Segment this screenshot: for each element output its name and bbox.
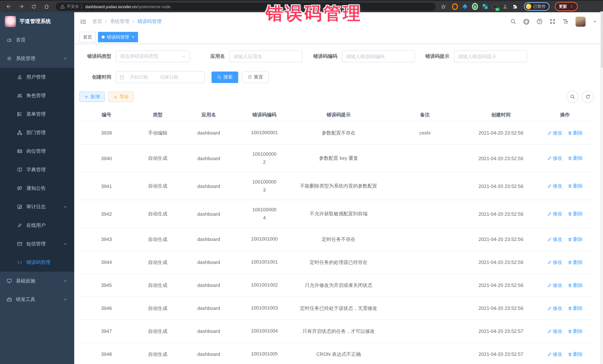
cell-msg: 只有开启状态的任务，才可以修改 <box>293 320 384 343</box>
sidebar-item-dict[interactable]: 字典管理 <box>0 161 74 179</box>
cell-time: 2021-04-20 23:52:56 <box>466 251 536 274</box>
app-name-input[interactable] <box>229 50 302 62</box>
browser-forward-icon[interactable] <box>16 2 26 11</box>
cell-code: 1001001004 <box>236 320 293 343</box>
sidebar-item-post[interactable]: 岗位管理 <box>0 142 74 161</box>
caret-down-icon[interactable] <box>593 19 597 24</box>
sidebar-item-online[interactable]: 在线用户 <box>0 216 74 235</box>
address-bar[interactable]: 不安全 dashboard.yudao.iocoder.cn/system/er… <box>56 2 436 11</box>
edit-link[interactable]: 修改 <box>547 282 562 288</box>
sidebar-item-error-code[interactable]: 错误码管理 <box>0 253 74 272</box>
extension-icon[interactable]: y <box>472 3 478 10</box>
cell-app: dashboard <box>182 320 236 343</box>
cell-remark <box>384 320 466 343</box>
edit-link[interactable]: 修改 <box>547 210 562 217</box>
delete-link[interactable]: 删除 <box>568 305 583 311</box>
cell-type: 自动生成 <box>134 320 182 343</box>
extension-icon[interactable] <box>492 3 498 10</box>
help-icon[interactable] <box>537 19 543 24</box>
cell-actions: 修改删除 <box>536 144 594 172</box>
scrollbar[interactable] <box>600 11 603 364</box>
sidebar-item-role[interactable]: 角色管理 <box>0 86 74 105</box>
export-button[interactable]: 导出 <box>108 92 134 102</box>
sidebar-item-home[interactable]: 首页 <box>0 31 74 49</box>
tab-home[interactable]: 首页 <box>79 32 96 42</box>
breadcrumb-home[interactable]: 首页 <box>93 18 102 25</box>
edit-link[interactable]: 修改 <box>547 183 562 189</box>
cell-time: 2021-04-20 23:52:56 <box>466 172 536 200</box>
cell-actions: 修改删除 <box>536 274 594 297</box>
fullscreen-icon[interactable] <box>550 19 556 24</box>
sidebar-item-system[interactable]: 系统管理 <box>0 49 74 68</box>
toggle-search-button[interactable] <box>567 91 579 103</box>
extension-icon[interactable] <box>512 3 518 10</box>
trash-icon <box>568 306 572 310</box>
extension-icon[interactable] <box>462 3 468 10</box>
profile-paused-badge[interactable]: 已暂停 <box>524 2 550 11</box>
sidebar-item-menu[interactable]: 菜单管理 <box>0 105 74 123</box>
delete-link[interactable]: 删除 <box>568 210 583 217</box>
cell-actions: 修改删除 <box>536 251 594 274</box>
refresh-table-button[interactable] <box>582 91 594 103</box>
delete-link[interactable]: 删除 <box>568 130 583 136</box>
bookmark-star-icon[interactable] <box>441 4 446 9</box>
search-icon[interactable] <box>510 19 516 24</box>
hamburger-icon[interactable] <box>80 18 86 25</box>
user-avatar[interactable] <box>576 16 586 26</box>
sidebar-item-user[interactable]: 用户管理 <box>0 68 74 86</box>
cell-app: dashboard <box>182 144 236 172</box>
delete-link[interactable]: 删除 <box>568 328 583 334</box>
tab-error-code[interactable]: 错误码管理 × <box>98 32 138 42</box>
app-logo[interactable]: 芋道管理系统 <box>0 12 74 31</box>
sidebar-item-devtools[interactable]: 研发工具 <box>0 290 74 309</box>
breadcrumb: 首页 / 系统管理 / 错误码管理 <box>93 18 162 25</box>
delete-link[interactable]: 删除 <box>568 155 583 162</box>
delete-link[interactable]: 删除 <box>568 351 583 357</box>
sidebar-item-dept[interactable]: 部门管理 <box>0 123 74 142</box>
add-button[interactable]: 新增 <box>79 92 105 102</box>
cell-code: 1001001000 <box>236 228 293 251</box>
delete-link[interactable]: 删除 <box>568 259 583 265</box>
menu-dots-icon[interactable]: ⋮ <box>570 4 574 9</box>
edit-link[interactable]: 修改 <box>547 351 562 357</box>
close-tab-icon[interactable]: × <box>132 35 134 39</box>
sidebar-item-label: 错误码管理 <box>26 259 50 266</box>
table-row: 3946自动生成dashboard1001001003定时任务已经处于该状态，无… <box>79 297 594 320</box>
delete-link[interactable]: 删除 <box>568 183 583 189</box>
search-button[interactable]: 搜索 <box>211 71 238 83</box>
extension-icon[interactable] <box>482 3 488 10</box>
edit-link[interactable]: 修改 <box>547 259 562 265</box>
cell-remark <box>384 144 466 172</box>
sidebar-item-sms[interactable]: 短信管理 <box>0 235 74 253</box>
edit-link[interactable]: 修改 <box>547 155 562 162</box>
error-code-input[interactable] <box>342 50 415 62</box>
font-size-icon[interactable] <box>563 19 568 24</box>
extension-icon[interactable] <box>452 3 458 10</box>
date-range-picker[interactable]: 开始日期 - 结束日期 <box>116 71 205 83</box>
select-placeholder: 请选择错误码类型 <box>120 53 158 60</box>
update-button[interactable]: 更新 ⋮ <box>555 2 578 11</box>
edit-link[interactable]: 修改 <box>547 328 562 334</box>
browser-reload-icon[interactable] <box>29 2 39 11</box>
cell-id: 3940 <box>79 144 134 172</box>
edit-link[interactable]: 修改 <box>547 305 562 311</box>
tab-label: 错误码管理 <box>107 34 129 40</box>
delete-link[interactable]: 删除 <box>568 282 583 288</box>
sidebar-item-label: 字典管理 <box>26 166 46 173</box>
error-msg-input[interactable] <box>454 50 527 62</box>
browser-back-icon[interactable] <box>4 2 13 11</box>
breadcrumb-system[interactable]: 系统管理 <box>110 18 129 25</box>
not-secure-warning-icon <box>60 4 65 9</box>
browser-home-icon[interactable] <box>42 2 51 11</box>
edit-icon <box>547 184 552 188</box>
extension-icon[interactable] <box>502 3 508 10</box>
edit-link[interactable]: 修改 <box>547 236 562 243</box>
sidebar-item-notice[interactable]: 通知公告 <box>0 179 74 198</box>
sidebar-item-audit[interactable]: 审计日志 <box>0 198 74 216</box>
edit-link[interactable]: 修改 <box>547 130 562 136</box>
github-icon[interactable] <box>523 18 530 25</box>
delete-link[interactable]: 删除 <box>568 236 583 243</box>
error-type-select[interactable]: 请选择错误码类型 <box>116 50 190 62</box>
reset-button[interactable]: 重置 <box>242 71 269 83</box>
sidebar-item-infra[interactable]: 基础设施 <box>0 272 74 290</box>
